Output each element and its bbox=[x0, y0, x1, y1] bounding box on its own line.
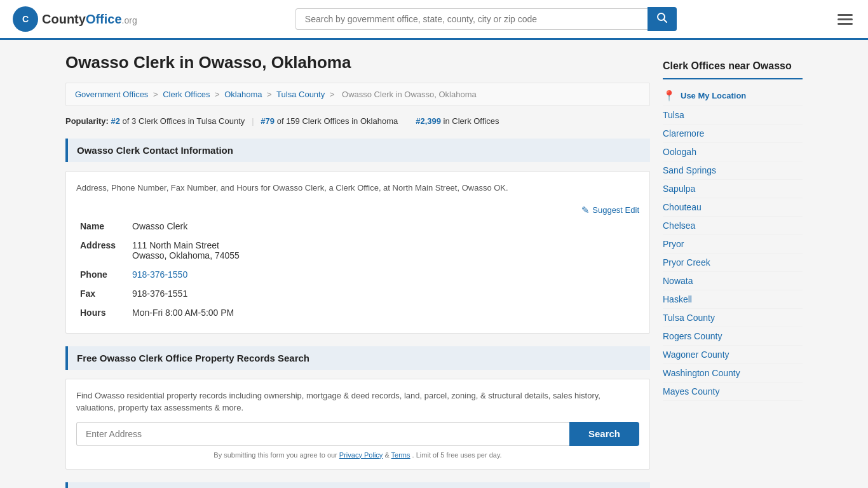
fax-label: Fax bbox=[78, 285, 128, 302]
breadcrumb-sep: > bbox=[153, 90, 158, 99]
contact-table: Name Owasso Clerk Address 111 North Main… bbox=[76, 216, 639, 323]
content-area: Owasso Clerk in Owasso, Oklahoma Governm… bbox=[65, 53, 650, 488]
svg-line-3 bbox=[663, 20, 667, 23]
suggest-edit-link[interactable]: ✎ Suggest Edit bbox=[581, 205, 639, 216]
map-section-header: Map of Owasso Clerk in Owasso, Oklahoma bbox=[65, 482, 650, 489]
form-disclaimer: By submitting this form you agree to our… bbox=[76, 451, 639, 459]
hours-label: Hours bbox=[78, 304, 128, 322]
breadcrumb-tulsa-county[interactable]: Tulsa County bbox=[276, 90, 325, 99]
sidebar-link-mayes-county[interactable]: Mayes County bbox=[663, 383, 803, 401]
menu-button[interactable] bbox=[835, 11, 855, 27]
address-value: 111 North Main Street Owasso, Oklahoma, … bbox=[130, 236, 638, 264]
header: C CountyOffice.org bbox=[0, 0, 868, 40]
breadcrumb-sep: > bbox=[267, 90, 272, 99]
sidebar-link-chouteau[interactable]: Chouteau bbox=[663, 198, 803, 217]
address-search-row: Search bbox=[76, 422, 639, 446]
address-line1: 111 North Main Street bbox=[132, 240, 635, 250]
sidebar-link-wagoner-county[interactable]: Wagoner County bbox=[663, 346, 803, 364]
breadcrumb: Government Offices > Clerk Offices > Okl… bbox=[65, 83, 650, 106]
contact-description: Address, Phone Number, Fax Number, and H… bbox=[76, 182, 639, 194]
use-location-link[interactable]: 📍 Use My Location bbox=[663, 86, 803, 106]
popularity-bar: Popularity: #2 of 3 Clerk Offices in Tul… bbox=[65, 116, 650, 126]
phone-link[interactable]: 918-376-1550 bbox=[132, 269, 187, 280]
sidebar-link-nowata[interactable]: Nowata bbox=[663, 272, 803, 290]
sidebar-links: TulsaClaremoreOologahSand SpringsSapulpa… bbox=[663, 106, 803, 401]
address-line2: Owasso, Oklahoma, 74055 bbox=[132, 250, 635, 261]
location-pin-icon: 📍 bbox=[663, 90, 675, 102]
name-label: Name bbox=[78, 217, 128, 235]
sidebar-title: Clerk Offices near Owasso bbox=[663, 53, 803, 79]
sidebar-link-pryor-creek[interactable]: Pryor Creek bbox=[663, 254, 803, 272]
property-search-desc: Find Owasso residential property records… bbox=[76, 390, 639, 414]
menu-icon bbox=[837, 23, 853, 25]
breadcrumb-gov-offices[interactable]: Government Offices bbox=[75, 90, 148, 99]
breadcrumb-clerk-offices[interactable]: Clerk Offices bbox=[163, 90, 210, 99]
svg-text:C: C bbox=[22, 14, 29, 24]
popularity-label: Popularity: #2 of 3 Clerk Offices in Tul… bbox=[65, 116, 398, 126]
address-label: Address bbox=[78, 236, 128, 264]
fax-value: 918-376-1551 bbox=[130, 285, 638, 302]
phone-value: 918-376-1550 bbox=[130, 266, 638, 283]
sidebar-link-tulsa-county[interactable]: Tulsa County bbox=[663, 309, 803, 327]
sidebar-link-washington-county[interactable]: Washington County bbox=[663, 364, 803, 383]
contact-section-header: Owasso Clerk Contact Information bbox=[65, 139, 650, 162]
logo-area: C CountyOffice.org bbox=[13, 6, 137, 32]
breadcrumb-oklahoma[interactable]: Oklahoma bbox=[224, 90, 262, 99]
contact-fax-row: Fax 918-376-1551 bbox=[78, 285, 638, 302]
sidebar: Clerk Offices near Owasso 📍 Use My Locat… bbox=[663, 53, 803, 488]
breadcrumb-current: Owasso Clerk in Owasso, Oklahoma bbox=[342, 90, 477, 99]
sidebar-link-sand-springs[interactable]: Sand Springs bbox=[663, 161, 803, 180]
sidebar-link-chelsea[interactable]: Chelsea bbox=[663, 217, 803, 235]
breadcrumb-sep: > bbox=[215, 90, 220, 99]
search-input[interactable] bbox=[295, 8, 648, 30]
sidebar-link-haskell[interactable]: Haskell bbox=[663, 290, 803, 309]
privacy-policy-link[interactable]: Privacy Policy bbox=[339, 451, 383, 459]
contact-info-card: Address, Phone Number, Fax Number, and H… bbox=[65, 171, 650, 334]
terms-link[interactable]: Terms bbox=[391, 451, 410, 459]
suggest-edit-label: Suggest Edit bbox=[592, 205, 639, 215]
breadcrumb-sep: > bbox=[330, 90, 335, 99]
sidebar-link-rogers-county[interactable]: Rogers County bbox=[663, 327, 803, 346]
search-button[interactable] bbox=[648, 7, 677, 31]
sidebar-link-pryor[interactable]: Pryor bbox=[663, 235, 803, 254]
sidebar-link-sapulpa[interactable]: Sapulpa bbox=[663, 180, 803, 198]
address-input[interactable] bbox=[76, 422, 569, 446]
suggest-edit-icon: ✎ bbox=[581, 205, 590, 216]
phone-label: Phone bbox=[78, 266, 128, 283]
page-title: Owasso Clerk in Owasso, Oklahoma bbox=[65, 53, 650, 72]
sidebar-link-oologah[interactable]: Oologah bbox=[663, 143, 803, 161]
search-area bbox=[295, 7, 677, 31]
contact-phone-row: Phone 918-376-1550 bbox=[78, 266, 638, 283]
menu-icon bbox=[837, 14, 853, 16]
sidebar-link-tulsa[interactable]: Tulsa bbox=[663, 106, 803, 125]
logo-text: CountyOffice.org bbox=[42, 12, 137, 27]
popularity-rank3: #2,399 in Clerk Offices bbox=[416, 116, 499, 126]
contact-address-row: Address 111 North Main Street Owasso, Ok… bbox=[78, 236, 638, 264]
hours-value: Mon-Fri 8:00 AM-5:00 PM bbox=[130, 304, 638, 322]
contact-name-row: Name Owasso Clerk bbox=[78, 217, 638, 235]
address-search-button[interactable]: Search bbox=[569, 422, 639, 446]
use-location-label: Use My Location bbox=[681, 91, 746, 100]
property-search-section: Find Owasso residential property records… bbox=[65, 379, 650, 470]
main-container: Owasso Clerk in Owasso, Oklahoma Governm… bbox=[53, 40, 815, 488]
name-value: Owasso Clerk bbox=[130, 217, 638, 235]
property-search-header: Free Owasso Clerk Office Property Record… bbox=[65, 346, 650, 370]
contact-hours-row: Hours Mon-Fri 8:00 AM-5:00 PM bbox=[78, 304, 638, 322]
menu-icon bbox=[837, 18, 853, 20]
logo-icon: C bbox=[13, 6, 38, 32]
sidebar-link-claremore[interactable]: Claremore bbox=[663, 125, 803, 143]
